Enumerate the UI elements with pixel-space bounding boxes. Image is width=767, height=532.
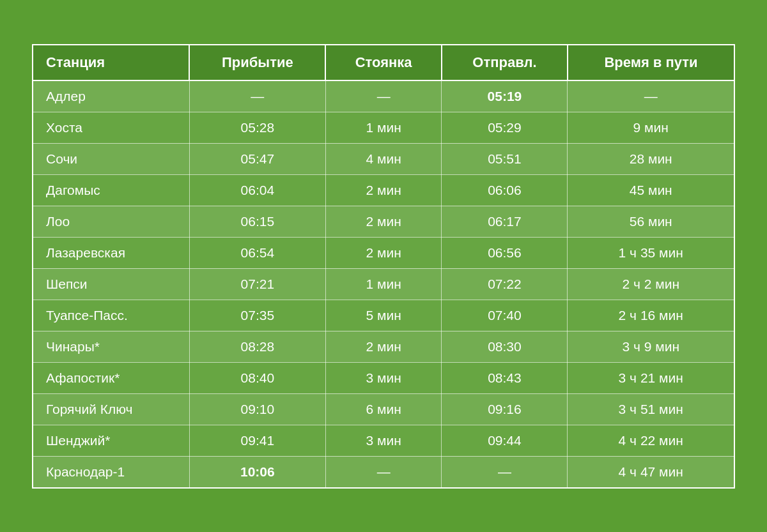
cell-travel: 9 мин	[568, 112, 734, 143]
cell-stop: 5 мин	[325, 300, 442, 331]
cell-departure: 05:51	[442, 143, 568, 174]
cell-stop: 4 мин	[325, 143, 442, 174]
table-row: Шенджий*09:413 мин09:444 ч 22 мин	[33, 425, 734, 456]
cell-stop: —	[325, 80, 442, 112]
cell-station: Адлер	[33, 80, 189, 112]
cell-station: Шенджий*	[33, 425, 189, 456]
cell-travel: 2 ч 16 мин	[568, 300, 734, 331]
table-body: Адлер——05:19—Хоста05:281 мин05:299 минСо…	[33, 80, 734, 488]
table-row: Горячий Ключ09:106 мин09:163 ч 51 мин	[33, 393, 734, 425]
cell-travel: 3 ч 9 мин	[568, 331, 734, 362]
header-row: Станция Прибытие Стоянка Отправл. Время …	[33, 45, 734, 80]
cell-departure: 06:56	[442, 237, 568, 268]
header-departure: Отправл.	[442, 45, 568, 80]
cell-station: Лазаревская	[33, 237, 189, 268]
cell-station: Чинары*	[33, 331, 189, 362]
header-travel: Время в пути	[568, 45, 734, 80]
cell-travel: 56 мин	[568, 206, 734, 237]
table-row: Лазаревская06:542 мин06:561 ч 35 мин	[33, 237, 734, 268]
cell-stop: 3 мин	[325, 362, 442, 393]
cell-departure: 09:16	[442, 393, 568, 425]
table-row: Чинары*08:282 мин08:303 ч 9 мин	[33, 331, 734, 362]
cell-arrival: 07:35	[189, 300, 325, 331]
cell-departure: 05:29	[442, 112, 568, 143]
cell-arrival: 09:10	[189, 393, 325, 425]
table-row: Адлер——05:19—	[33, 80, 734, 112]
cell-travel: 3 ч 51 мин	[568, 393, 734, 425]
cell-stop: 1 мин	[325, 112, 442, 143]
cell-stop: 3 мин	[325, 425, 442, 456]
schedule-table: Станция Прибытие Стоянка Отправл. Время …	[32, 44, 735, 489]
cell-station: Горячий Ключ	[33, 393, 189, 425]
cell-departure: —	[442, 456, 568, 488]
cell-arrival: 07:21	[189, 268, 325, 300]
table-wrapper: Станция Прибытие Стоянка Отправл. Время …	[0, 0, 767, 532]
cell-travel: 1 ч 35 мин	[568, 237, 734, 268]
cell-departure: 06:06	[442, 174, 568, 206]
table-row: Афапостик*08:403 мин08:433 ч 21 мин	[33, 362, 734, 393]
cell-arrival: 09:41	[189, 425, 325, 456]
cell-departure: 08:30	[442, 331, 568, 362]
cell-departure: 07:22	[442, 268, 568, 300]
cell-stop: 1 мин	[325, 268, 442, 300]
header-station: Станция	[33, 45, 189, 80]
cell-station: Сочи	[33, 143, 189, 174]
cell-station: Афапостик*	[33, 362, 189, 393]
cell-arrival: 06:15	[189, 206, 325, 237]
cell-travel: 2 ч 2 мин	[568, 268, 734, 300]
header-arrival: Прибытие	[189, 45, 325, 80]
table-row: Краснодар-110:06——4 ч 47 мин	[33, 456, 734, 488]
cell-departure: 05:19	[442, 80, 568, 112]
cell-departure: 08:43	[442, 362, 568, 393]
cell-travel: 4 ч 47 мин	[568, 456, 734, 488]
cell-stop: 2 мин	[325, 174, 442, 206]
cell-station: Дагомыс	[33, 174, 189, 206]
cell-arrival: 06:04	[189, 174, 325, 206]
table-row: Туапсе-Пасс.07:355 мин07:402 ч 16 мин	[33, 300, 734, 331]
cell-arrival: 05:47	[189, 143, 325, 174]
table-row: Дагомыс06:042 мин06:0645 мин	[33, 174, 734, 206]
cell-travel: 4 ч 22 мин	[568, 425, 734, 456]
cell-arrival: 05:28	[189, 112, 325, 143]
cell-stop: 6 мин	[325, 393, 442, 425]
cell-arrival: 06:54	[189, 237, 325, 268]
cell-departure: 09:44	[442, 425, 568, 456]
cell-stop: 2 мин	[325, 206, 442, 237]
cell-stop: 2 мин	[325, 331, 442, 362]
cell-travel: —	[568, 80, 734, 112]
table-row: Хоста05:281 мин05:299 мин	[33, 112, 734, 143]
cell-station: Лоо	[33, 206, 189, 237]
cell-travel: 3 ч 21 мин	[568, 362, 734, 393]
cell-departure: 07:40	[442, 300, 568, 331]
cell-station: Хоста	[33, 112, 189, 143]
cell-station: Туапсе-Пасс.	[33, 300, 189, 331]
cell-arrival: 10:06	[189, 456, 325, 488]
table-row: Лоо06:152 мин06:1756 мин	[33, 206, 734, 237]
cell-arrival: 08:40	[189, 362, 325, 393]
table-row: Шепси07:211 мин07:222 ч 2 мин	[33, 268, 734, 300]
cell-arrival: 08:28	[189, 331, 325, 362]
cell-travel: 45 мин	[568, 174, 734, 206]
cell-station: Шепси	[33, 268, 189, 300]
cell-travel: 28 мин	[568, 143, 734, 174]
cell-arrival: —	[189, 80, 325, 112]
header-stop: Стоянка	[325, 45, 442, 80]
cell-station: Краснодар-1	[33, 456, 189, 488]
cell-stop: —	[325, 456, 442, 488]
cell-stop: 2 мин	[325, 237, 442, 268]
cell-departure: 06:17	[442, 206, 568, 237]
table-row: Сочи05:474 мин05:5128 мин	[33, 143, 734, 174]
